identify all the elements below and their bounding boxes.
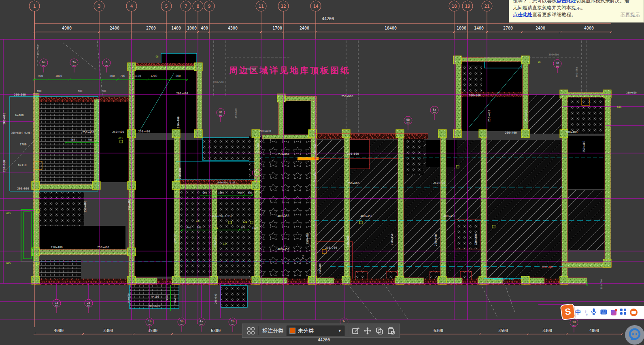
toolbox-grid-icon — [620, 309, 626, 315]
svg-text:350×600: 350×600 — [234, 108, 237, 119]
svg-text:250×600: 250×600 — [626, 91, 637, 94]
copy-icon — [375, 327, 383, 335]
copy-button[interactable] — [375, 326, 384, 336]
svg-text:400×450: 400×450 — [277, 215, 289, 218]
svg-text:h=100: h=100 — [151, 295, 159, 298]
svg-text:1a: 1a — [55, 301, 58, 305]
ime-badge-icon[interactable] — [630, 309, 638, 316]
svg-text:250×600: 250×600 — [347, 152, 359, 155]
svg-text:4300: 4300 — [228, 26, 238, 30]
svg-text:1b: 1b — [148, 320, 151, 323]
svg-text:3300: 3300 — [542, 328, 552, 333]
toolbox-button[interactable] — [620, 309, 626, 316]
svg-text:D03: D03 — [219, 114, 222, 116]
svg-text:D03: D03 — [406, 122, 410, 124]
svg-text:6a: 6a — [42, 61, 45, 64]
chat-button[interactable] — [625, 325, 644, 345]
svg-text:D03: D03 — [231, 324, 234, 326]
svg-text:250×400: 250×400 — [525, 110, 528, 122]
svg-text:250×400: 250×400 — [319, 262, 322, 275]
skin-button[interactable] — [611, 310, 616, 315]
punctuation-button[interactable]: ’, — [585, 309, 587, 316]
svg-text:12: 12 — [281, 4, 286, 9]
svg-text:200×600: 200×600 — [174, 294, 176, 305]
svg-text:19: 19 — [465, 4, 470, 9]
move-button[interactable] — [363, 326, 372, 336]
svg-text:D03: D03 — [433, 112, 436, 114]
svg-text:300×650(-0.05): 300×650(-0.05) — [11, 131, 32, 134]
sogou-ime-bar: 中 ’, — [570, 306, 644, 319]
svg-text:950: 950 — [71, 138, 75, 141]
cad-viewport[interactable]: 4900240027001400100040043001700240010400… — [0, 0, 644, 345]
lang-toggle-button[interactable]: 中 — [575, 309, 581, 316]
classify-dropdown[interactable]: 未分类 ▼ — [287, 326, 344, 336]
svg-text:200×400: 200×400 — [505, 131, 517, 134]
svg-text:2400: 2400 — [110, 26, 119, 30]
svg-text:150×700: 150×700 — [173, 233, 176, 244]
svg-text:6300: 6300 — [211, 328, 221, 333]
microphone-button[interactable] — [591, 308, 597, 317]
svg-text:1400: 1400 — [171, 26, 181, 30]
svg-text:300×700: 300×700 — [600, 279, 603, 290]
svg-text:8a: 8a — [433, 108, 436, 111]
svg-text:11a: 11a — [254, 171, 259, 174]
svg-text:240×300: 240×300 — [314, 144, 317, 154]
svg-text:4000: 4000 — [54, 328, 64, 333]
grid-view-button[interactable] — [247, 326, 255, 336]
paste-button[interactable] — [387, 326, 395, 336]
svg-text:900: 900 — [203, 191, 207, 194]
svg-text:9b: 9b — [406, 118, 410, 121]
grid-icon — [247, 327, 255, 334]
dismiss-link[interactable]: 不再提示 — [621, 11, 640, 18]
svg-text:250×400: 250×400 — [474, 233, 478, 245]
svg-text:4900: 4900 — [62, 26, 72, 30]
svg-text:400×450: 400×450 — [360, 215, 372, 218]
svg-text:200×500: 200×500 — [213, 81, 224, 83]
svg-text:3300: 3300 — [103, 328, 113, 333]
switch-display-mode-link[interactable]: 点击此处 — [557, 0, 576, 4]
svg-text:400×750: 400×750 — [36, 45, 39, 55]
svg-text:550: 550 — [197, 226, 202, 229]
svg-text:D03: D03 — [255, 175, 258, 177]
svg-text:200×600: 200×600 — [214, 294, 217, 304]
svg-text:350: 350 — [241, 226, 245, 229]
svg-text:1200: 1200 — [151, 75, 157, 78]
svg-text:250×400: 250×400 — [433, 181, 445, 185]
svg-text:1800: 1800 — [218, 191, 224, 194]
category-value: 未分类 — [298, 327, 336, 334]
svg-text:250×400: 250×400 — [84, 200, 87, 213]
svg-text:D03: D03 — [148, 324, 151, 326]
svg-text:200×400: 200×400 — [259, 130, 271, 133]
svg-text:250×400: 250×400 — [97, 246, 109, 249]
edit-icon — [352, 327, 360, 335]
svg-text:200×600: 200×600 — [14, 93, 26, 96]
svg-text:3: 3 — [98, 4, 101, 9]
svg-text:4000: 4000 — [589, 328, 599, 333]
svg-text:200×400: 200×400 — [434, 234, 438, 246]
svg-text:400×450: 400×450 — [443, 215, 455, 218]
keyboard-button[interactable] — [600, 309, 607, 316]
svg-text:D03: D03 — [180, 324, 183, 326]
svg-text:200×400: 200×400 — [347, 235, 350, 247]
svg-text:D03: D03 — [572, 324, 576, 326]
tutorial-link[interactable]: 点击此处 — [513, 12, 532, 17]
svg-text:D03: D03 — [72, 64, 76, 66]
svg-text:1800: 1800 — [55, 75, 62, 78]
popup-line2: 无问题请直接忽略并关闭本提示。 — [513, 4, 640, 11]
svg-text:8a: 8a — [219, 111, 222, 114]
svg-text:11: 11 — [258, 4, 264, 9]
svg-text:1620: 1620 — [252, 226, 258, 229]
svg-text:1: 1 — [33, 4, 36, 9]
svg-text:G25: G25 — [6, 212, 11, 215]
svg-text:200×400: 200×400 — [177, 116, 180, 128]
svg-text:3500: 3500 — [148, 328, 157, 333]
microphone-icon — [591, 308, 597, 315]
chat-bubble-icon — [627, 327, 643, 343]
svg-text:250×400: 250×400 — [112, 130, 124, 134]
svg-text:2700: 2700 — [146, 26, 156, 30]
sogou-logo[interactable]: S — [560, 303, 576, 320]
edit-button[interactable] — [351, 326, 360, 336]
svg-text:650: 650 — [585, 282, 588, 286]
toolbar-separator — [258, 326, 259, 335]
svg-text:M08: M08 — [37, 89, 42, 92]
